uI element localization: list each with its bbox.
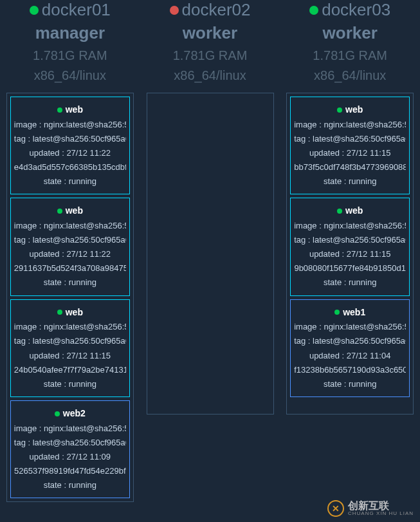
node-header: docker01 manager 1.781G RAM x86_64/linux: [23, 0, 117, 83]
service-tag: tag : latest@sha256:50cf965a6: [14, 436, 126, 450]
service-name: web2: [63, 406, 86, 422]
node-arch: x86_64/linux: [170, 68, 251, 83]
services-container: [147, 93, 274, 415]
service-updated: updated : 27/12 11:15: [294, 247, 406, 261]
service-state: state : running: [294, 174, 406, 189]
service-tag: tag : latest@sha256:50cf965a6: [14, 132, 126, 146]
service-image: image : nginx:latest@sha256:5: [294, 219, 406, 233]
node-arch: x86_64/linux: [30, 68, 111, 83]
service-status-icon: [57, 209, 62, 214]
service-card-web[interactable]: web image : nginx:latest@sha256:5 tag : …: [290, 198, 410, 295]
service-status-icon: [57, 310, 62, 315]
service-card-web[interactable]: web image : nginx:latest@sha256:5 tag : …: [10, 299, 130, 397]
service-status-icon: [334, 310, 340, 315]
watermark-logo-icon: ✕: [327, 500, 344, 517]
service-image: image : nginx:latest@sha256:5: [14, 118, 126, 132]
node-role: worker: [309, 23, 390, 43]
nodes-row: docker01 manager 1.781G RAM x86_64/linux…: [0, 0, 420, 502]
service-title: web: [14, 102, 126, 118]
node-header: docker03 worker 1.781G RAM x86_64/linux: [303, 0, 397, 83]
service-updated: updated : 27/12 11:09: [14, 450, 126, 464]
status-dot-icon: [170, 6, 179, 15]
service-name: web: [66, 305, 83, 321]
watermark-en: CHUANG XIN HU LIAN: [348, 511, 414, 517]
service-card-web1[interactable]: web1 image : nginx:latest@sha256:5 tag :…: [290, 299, 410, 397]
service-id: bb73f5c0df748f3b4773969088: [294, 160, 406, 174]
status-dot-icon: [30, 6, 39, 15]
service-title: web2: [14, 406, 126, 422]
service-updated: updated : 27/12 11:15: [14, 349, 126, 363]
node-ram: 1.781G RAM: [170, 48, 251, 63]
watermark: ✕ 创新互联 CHUANG XIN HU LIAN: [327, 500, 414, 517]
service-title: web: [294, 102, 406, 118]
service-state: state : running: [14, 377, 126, 391]
service-id: f13238b6b5657190d93a3c650: [294, 363, 406, 377]
service-state: state : running: [14, 174, 126, 189]
service-title: web1: [294, 305, 406, 321]
service-updated: updated : 27/12 11:22: [14, 146, 126, 160]
service-image: image : nginx:latest@sha256:5: [14, 422, 126, 436]
node-column-docker01: docker01 manager 1.781G RAM x86_64/linux…: [0, 0, 140, 502]
service-status-icon: [57, 107, 62, 113]
service-card-web[interactable]: web image : nginx:latest@sha256:5 tag : …: [10, 97, 130, 194]
service-state: state : running: [14, 275, 126, 290]
service-image: image : nginx:latest@sha256:5: [294, 320, 406, 334]
service-updated: updated : 27/12 11:15: [294, 146, 406, 160]
service-name: web: [345, 203, 363, 219]
node-name: docker03: [322, 0, 390, 20]
service-name: web1: [343, 305, 365, 321]
node-name: docker01: [42, 0, 111, 20]
node-header: docker02 worker 1.781G RAM x86_64/linux: [163, 0, 257, 83]
services-container: web image : nginx:latest@sha256:5 tag : …: [6, 93, 134, 502]
service-title: web: [14, 305, 126, 321]
service-state: state : running: [294, 275, 406, 290]
service-status-icon: [337, 209, 342, 214]
node-title[interactable]: docker01: [30, 0, 111, 20]
service-title: web: [14, 203, 126, 219]
node-ram: 1.781G RAM: [309, 48, 390, 63]
node-column-docker02: docker02 worker 1.781G RAM x86_64/linux: [140, 0, 280, 502]
node-ram: 1.781G RAM: [30, 48, 111, 63]
service-id: e4d3ad5d557c66385b135cdbf: [14, 160, 126, 174]
node-title[interactable]: docker02: [170, 0, 251, 20]
service-id: 2911637b5d524f3a708a98475: [14, 261, 126, 275]
service-status-icon: [55, 411, 60, 416]
service-tag: tag : latest@sha256:50cf965a6: [294, 334, 406, 348]
service-tag: tag : latest@sha256:50cf965a6: [294, 132, 406, 146]
node-column-docker03: docker03 worker 1.781G RAM x86_64/linux …: [280, 0, 420, 502]
services-container: web image : nginx:latest@sha256:5 tag : …: [286, 93, 414, 415]
service-image: image : nginx:latest@sha256:5: [294, 118, 406, 132]
service-name: web: [345, 102, 363, 118]
service-id: 24b0540afee7f7f79a2be74131: [14, 363, 126, 377]
service-name: web: [66, 102, 83, 118]
service-state: state : running: [14, 478, 126, 492]
service-updated: updated : 27/12 11:22: [14, 247, 126, 261]
watermark-cn: 创新互联: [348, 500, 414, 512]
service-name: web: [66, 203, 83, 219]
node-arch: x86_64/linux: [309, 68, 390, 83]
service-card-web[interactable]: web image : nginx:latest@sha256:5 tag : …: [290, 97, 410, 194]
node-role: manager: [30, 23, 111, 43]
node-name: docker02: [182, 0, 251, 20]
status-dot-icon: [309, 6, 318, 15]
watermark-text: 创新互联 CHUANG XIN HU LIAN: [348, 500, 414, 517]
service-id: 9b08080f15677fe84b91850d1: [294, 261, 406, 275]
service-state: state : running: [294, 377, 406, 391]
node-title[interactable]: docker03: [309, 0, 390, 20]
service-tag: tag : latest@sha256:50cf965a6: [14, 334, 126, 348]
service-card-web[interactable]: web image : nginx:latest@sha256:5 tag : …: [10, 198, 130, 295]
service-card-web2[interactable]: web2 image : nginx:latest@sha256:5 tag :…: [10, 400, 130, 498]
service-image: image : nginx:latest@sha256:5: [14, 219, 126, 233]
service-image: image : nginx:latest@sha256:5: [14, 320, 126, 334]
service-tag: tag : latest@sha256:50cf965a6: [14, 233, 126, 247]
node-role: worker: [170, 23, 251, 43]
service-tag: tag : latest@sha256:50cf965a6: [294, 233, 406, 247]
service-id: 526537f98919fd47fd54e229bf: [14, 464, 126, 478]
service-status-icon: [337, 107, 342, 113]
service-title: web: [294, 203, 406, 219]
service-updated: updated : 27/12 11:04: [294, 349, 406, 363]
